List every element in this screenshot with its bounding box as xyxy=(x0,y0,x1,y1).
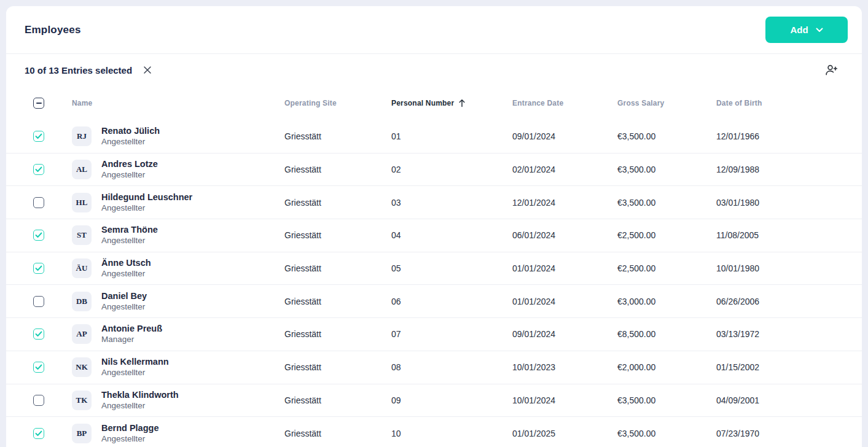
table-row[interactable]: NK Nils Kellermann Angestellter Griesstä… xyxy=(6,351,862,384)
employee-name-cell: NK Nils Kellermann Angestellter xyxy=(72,357,284,378)
table-row[interactable]: BP Bernd Plagge Angestellter Griesstätt … xyxy=(6,417,862,447)
row-checkbox-cell xyxy=(25,230,72,241)
chevron-down-icon xyxy=(816,28,823,33)
checkmark-icon xyxy=(35,166,42,173)
table-row[interactable]: AP Antonie Preuß Manager Griesstätt 07 0… xyxy=(6,318,862,351)
cell-date-of-birth: 11/08/2005 xyxy=(716,230,862,240)
page-title: Employees xyxy=(25,24,81,36)
employee-name: Hildegund Leuschner xyxy=(101,192,192,203)
avatar: TK xyxy=(72,391,92,410)
row-checkbox[interactable] xyxy=(33,395,44,406)
sort-arrow-up-icon xyxy=(458,99,466,107)
cell-personal-number: 04 xyxy=(391,230,512,240)
employee-role: Angestellter xyxy=(101,203,192,213)
row-checkbox-cell xyxy=(25,131,72,142)
cell-operating-site: Griesstätt xyxy=(284,329,391,339)
checkmark-icon xyxy=(35,364,42,370)
row-checkbox[interactable] xyxy=(33,197,44,208)
avatar: ST xyxy=(72,225,92,245)
row-checkbox[interactable] xyxy=(33,362,44,373)
table-row[interactable]: ST Semra Thöne Angestellter Griesstätt 0… xyxy=(6,219,862,252)
row-checkbox[interactable] xyxy=(33,296,44,307)
cell-entrance-date: 01/01/2025 xyxy=(512,429,617,438)
employee-role: Angestellter xyxy=(101,400,179,411)
row-checkbox-cell xyxy=(25,328,72,340)
cell-entrance-date: 06/01/2024 xyxy=(512,230,617,240)
cell-operating-site: Griesstätt xyxy=(284,165,391,174)
row-checkbox-cell xyxy=(25,197,72,208)
cell-operating-site: Griesstätt xyxy=(284,263,391,273)
cell-gross-salary: €2,500.00 xyxy=(617,230,716,240)
panel-header: Employees Add xyxy=(6,6,862,54)
checkmark-icon xyxy=(35,133,42,139)
select-all-checkbox[interactable] xyxy=(33,98,44,109)
add-person-button[interactable] xyxy=(823,61,840,79)
cell-entrance-date: 09/01/2024 xyxy=(512,131,617,141)
cell-entrance-date: 01/01/2024 xyxy=(512,263,617,273)
avatar: ÄU xyxy=(72,258,92,278)
employee-name: Daniel Bey xyxy=(101,291,147,301)
cell-operating-site: Griesstätt xyxy=(284,429,391,438)
row-checkbox[interactable] xyxy=(33,230,44,241)
employee-role: Angestellter xyxy=(101,235,158,246)
checkmark-icon xyxy=(35,232,42,238)
cell-date-of-birth: 03/13/1972 xyxy=(716,329,862,339)
avatar: NK xyxy=(72,357,92,377)
column-header-name[interactable]: Name xyxy=(72,99,284,107)
row-checkbox[interactable] xyxy=(33,164,44,175)
column-header-entrance-date[interactable]: Entrance Date xyxy=(512,99,617,107)
employee-role: Angestellter xyxy=(101,367,169,378)
employee-name: Semra Thöne xyxy=(101,225,158,235)
employee-name: Thekla Klindworth xyxy=(101,390,179,400)
cell-personal-number: 10 xyxy=(391,429,512,438)
row-checkbox[interactable] xyxy=(33,131,44,142)
cell-date-of-birth: 04/09/2001 xyxy=(716,395,862,405)
row-checkbox[interactable] xyxy=(33,428,44,439)
employee-role: Angestellter xyxy=(101,301,147,312)
row-checkbox-cell xyxy=(25,263,72,274)
person-plus-icon xyxy=(824,63,839,77)
employee-name-cell: BP Bernd Plagge Angestellter xyxy=(72,423,284,444)
employee-name-cell: HL Hildegund Leuschner Angestellter xyxy=(72,192,284,213)
cell-entrance-date: 12/01/2024 xyxy=(512,198,617,208)
column-header-gross-salary[interactable]: Gross Salary xyxy=(617,99,716,107)
employee-name: Renato Jülich xyxy=(101,126,160,136)
table-row[interactable]: AL Andres Lotze Angestellter Griesstätt … xyxy=(6,154,862,187)
cell-personal-number: 05 xyxy=(391,263,512,273)
row-checkbox[interactable] xyxy=(33,328,44,340)
employees-panel: Employees Add 10 of 13 Entries selected xyxy=(6,6,862,447)
select-all-cell xyxy=(25,98,72,109)
clear-selection-button[interactable] xyxy=(142,64,153,76)
table-row[interactable]: DB Daniel Bey Angestellter Griesstätt 06… xyxy=(6,285,862,318)
column-header-personal-number[interactable]: Personal Number xyxy=(391,99,512,107)
cell-personal-number: 06 xyxy=(391,297,512,306)
cell-entrance-date: 02/01/2024 xyxy=(512,165,617,174)
cell-gross-salary: €3,500.00 xyxy=(617,198,716,208)
row-checkbox[interactable] xyxy=(33,263,44,274)
cell-date-of-birth: 10/01/1980 xyxy=(716,263,862,273)
cell-operating-site: Griesstätt xyxy=(284,362,391,372)
employee-name: Nils Kellermann xyxy=(101,357,169,367)
employee-name-cell: RJ Renato Jülich Angestellter xyxy=(72,126,284,147)
cell-gross-salary: €2,500.00 xyxy=(617,263,716,273)
column-header-operating-site[interactable]: Operating Site xyxy=(284,99,391,107)
table-row[interactable]: ÄU Änne Utsch Angestellter Griesstätt 05… xyxy=(6,252,862,286)
table-row[interactable]: HL Hildegund Leuschner Angestellter Grie… xyxy=(6,186,862,219)
add-button[interactable]: Add xyxy=(765,17,848,43)
cell-personal-number: 07 xyxy=(391,329,512,339)
employee-name: Änne Utsch xyxy=(101,258,151,268)
column-header-personal-number-label: Personal Number xyxy=(391,99,454,107)
cell-date-of-birth: 03/01/1980 xyxy=(716,198,862,208)
row-checkbox-cell xyxy=(25,362,72,373)
table-header-row: Name Operating Site Personal Number Entr… xyxy=(6,86,862,120)
cell-operating-site: Griesstätt xyxy=(284,395,391,405)
avatar: AL xyxy=(72,160,92,179)
table-row[interactable]: TK Thekla Klindworth Angestellter Griess… xyxy=(6,384,862,418)
avatar: RJ xyxy=(72,126,92,146)
employee-name-cell: AP Antonie Preuß Manager xyxy=(72,324,284,344)
selection-count-text: 10 of 13 Entries selected xyxy=(25,65,132,76)
column-header-date-of-birth[interactable]: Date of Birth xyxy=(716,99,862,107)
table-row[interactable]: RJ Renato Jülich Angestellter Griesstätt… xyxy=(6,120,862,154)
cell-operating-site: Griesstätt xyxy=(284,230,391,240)
cell-operating-site: Griesstätt xyxy=(284,198,391,208)
